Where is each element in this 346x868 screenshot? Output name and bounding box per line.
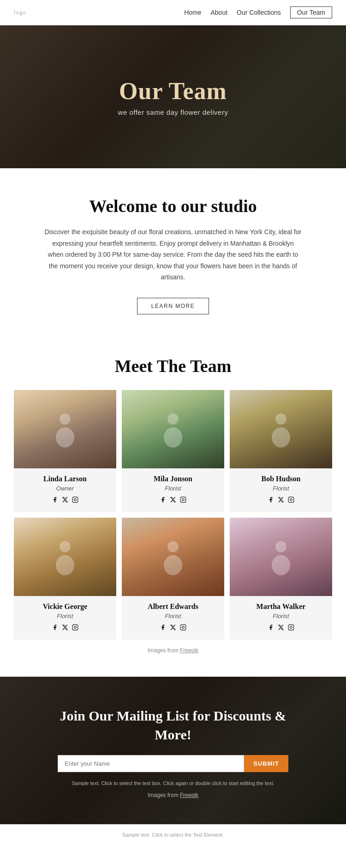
facebook-icon-albert[interactable]	[160, 624, 166, 632]
team-section: Meet The Team Linda Larson Owner	[0, 337, 346, 663]
instagram-icon-bob[interactable]	[288, 496, 294, 505]
learn-more-button[interactable]: LEARN MORE	[137, 298, 209, 314]
svg-rect-14	[72, 625, 78, 630]
team-socials-martha	[234, 624, 328, 632]
team-image-mila	[122, 390, 224, 468]
instagram-icon-mila[interactable]	[180, 496, 186, 505]
team-name-albert: Albert Edwards	[126, 602, 220, 611]
nav-our-team[interactable]: Our Team	[290, 6, 332, 18]
svg-rect-10	[288, 497, 294, 502]
logo: logo	[14, 9, 26, 16]
team-image-vickie	[14, 518, 116, 596]
team-role-linda: Owner	[18, 485, 112, 492]
team-image-albert	[122, 518, 224, 596]
twitter-icon-vickie[interactable]	[62, 624, 68, 632]
mailing-sample-text: Sample text. Click to select the text bo…	[58, 779, 288, 787]
team-name-vickie: Vickie George	[18, 602, 112, 611]
team-name-linda: Linda Larson	[18, 475, 112, 483]
team-role-vickie: Florist	[18, 613, 112, 620]
mailing-name-input[interactable]	[58, 755, 244, 772]
person-silhouette-linda	[51, 411, 79, 448]
welcome-section: Welcome to our studio Discover the exqui…	[0, 168, 346, 337]
person-silhouette-albert	[159, 538, 187, 575]
mailing-submit-button[interactable]: SUBMIT	[244, 755, 288, 772]
team-card-info-mila: Mila Jonson Florist	[122, 468, 224, 512]
twitter-icon-bob[interactable]	[278, 496, 284, 505]
person-silhouette-vickie	[51, 538, 79, 575]
mailing-form: SUBMIT	[58, 755, 288, 772]
instagram-icon-linda[interactable]	[72, 496, 78, 505]
person-silhouette-mila	[159, 411, 187, 448]
team-card-info-albert: Albert Edwards Florist	[122, 596, 224, 640]
footer-sample-text: Sample text. Click to select the Text El…	[7, 832, 339, 838]
twitter-icon-linda[interactable]	[62, 496, 68, 505]
team-card-bob: Bob Hudson Florist	[230, 390, 332, 512]
team-socials-linda	[18, 496, 112, 505]
nav-collections[interactable]: Our Collections	[237, 9, 281, 16]
welcome-heading: Welcome to our studio	[37, 196, 309, 216]
facebook-icon-martha[interactable]	[268, 624, 274, 632]
team-card-info-martha: Martha Walker Florist	[230, 596, 332, 640]
hero-subtitle: we offer same day flower delivery	[118, 108, 228, 116]
team-image-linda	[14, 390, 116, 468]
team-role-mila: Florist	[126, 485, 220, 492]
team-socials-mila	[126, 496, 220, 505]
team-role-martha: Florist	[234, 613, 328, 620]
team-card-albert: Albert Edwards Florist	[122, 518, 224, 640]
team-role-albert: Florist	[126, 613, 220, 620]
team-name-bob: Bob Hudson	[234, 475, 328, 483]
facebook-icon-mila[interactable]	[160, 496, 166, 505]
mailing-section: Join Our Mailing List for Discounts & Mo…	[0, 677, 346, 824]
hero-section: Our Team we offer same day flower delive…	[0, 25, 346, 168]
mailing-title: Join Our Mailing List for Discounts & Mo…	[58, 707, 288, 744]
svg-point-9	[272, 427, 290, 448]
team-card-info-linda: Linda Larson Owner	[14, 468, 116, 512]
navbar: logo Home About Our Collections Our Team	[0, 0, 346, 25]
team-grid: Linda Larson Owner Mila Jonson Florist	[14, 390, 332, 640]
nav-home[interactable]: Home	[184, 9, 201, 16]
team-socials-bob	[234, 496, 328, 505]
svg-point-1	[56, 427, 74, 448]
svg-point-4	[167, 413, 179, 425]
twitter-icon-albert[interactable]	[170, 624, 176, 632]
team-card-vickie: Vickie George Florist	[14, 518, 116, 640]
team-image-bob	[230, 390, 332, 468]
mailing-content: Join Our Mailing List for Discounts & Mo…	[58, 707, 288, 798]
svg-rect-18	[180, 625, 186, 630]
instagram-icon-vickie[interactable]	[72, 624, 78, 632]
facebook-icon-linda[interactable]	[52, 496, 58, 505]
svg-point-0	[60, 413, 71, 425]
twitter-icon-mila[interactable]	[170, 496, 176, 505]
facebook-icon-vickie[interactable]	[52, 624, 58, 632]
hero-content: Our Team we offer same day flower delive…	[118, 77, 228, 116]
team-image-martha	[230, 518, 332, 596]
team-card-info-vickie: Vickie George Florist	[14, 596, 116, 640]
freepik-link[interactable]: Freepik	[180, 647, 198, 654]
images-credit: Images from Freepik	[14, 647, 332, 654]
svg-point-16	[167, 541, 179, 552]
svg-rect-2	[72, 497, 78, 502]
hero-title: Our Team	[118, 77, 228, 105]
nav-about[interactable]: About	[210, 9, 227, 16]
twitter-icon-martha[interactable]	[278, 624, 284, 632]
team-name-mila: Mila Jonson	[126, 475, 220, 483]
person-silhouette-martha	[267, 538, 295, 575]
svg-rect-22	[288, 625, 294, 630]
team-card-linda: Linda Larson Owner	[14, 390, 116, 512]
mailing-freepik-link[interactable]: Freepik	[180, 792, 198, 798]
svg-rect-6	[180, 497, 186, 502]
team-card-info-bob: Bob Hudson Florist	[230, 468, 332, 512]
team-heading: Meet The Team	[14, 356, 332, 376]
svg-point-12	[60, 541, 71, 552]
team-card-martha: Martha Walker Florist	[230, 518, 332, 640]
footer: Sample text. Click to select the Text El…	[0, 824, 346, 845]
team-socials-vickie	[18, 624, 112, 632]
svg-point-13	[56, 555, 74, 575]
svg-point-5	[164, 427, 182, 448]
team-role-bob: Florist	[234, 485, 328, 492]
welcome-body: Discover the exquisite beauty of our flo…	[44, 226, 302, 283]
facebook-icon-bob[interactable]	[268, 496, 274, 505]
instagram-icon-martha[interactable]	[288, 624, 294, 632]
instagram-icon-albert[interactable]	[180, 624, 186, 632]
svg-point-17	[164, 555, 182, 575]
